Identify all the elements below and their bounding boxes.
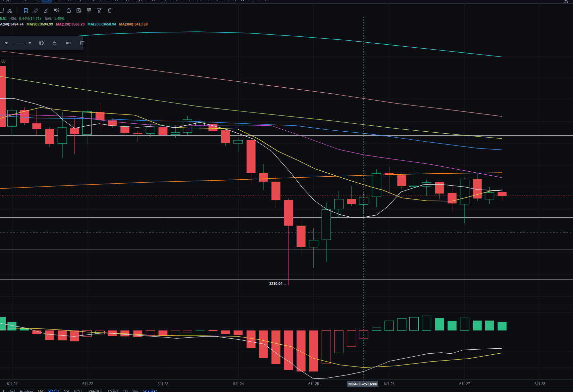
period-menu[interactable]: 周期 [3,0,11,2]
timeframe-30秒[interactable]: 30秒 [84,0,97,3]
ma-value: MA(90):3504.99 [26,22,53,26]
indicator-tab-LSMB[interactable]: LSMB [108,389,118,392]
settings-button[interactable] [35,36,48,50]
candle [410,186,419,187]
timeframe-月K[interactable]: 月K [238,0,250,3]
visibility-button[interactable] [61,36,75,50]
pencil-wave-button[interactable] [42,7,50,14]
timeframe-季K[interactable]: 季K [250,0,261,3]
volume-bar [460,318,469,330]
line-style-dropdown[interactable] [11,36,35,50]
bookmark-icon [23,8,28,13]
filter-button[interactable] [95,7,103,14]
volume-bar [259,330,268,358]
candlestick-chart[interactable] [0,0,573,392]
candle [460,179,469,204]
doc-edit-button[interactable] [75,7,82,14]
candle [171,133,180,135]
lock-button[interactable] [48,36,61,50]
volume-bar [45,330,54,340]
candlestick-pattern-button[interactable] [53,7,60,14]
timeframe-1时[interactable]: 1时 [30,0,41,3]
chevron-down-icon: ▾ [13,0,14,1]
volume-bar [322,330,331,363]
brush-cursor-icon [7,8,12,13]
candle [247,140,256,173]
timeframe-3日[interactable]: 3日 [203,0,214,3]
arrow-right-icon: → [284,282,287,285]
timeframe-分时[interactable]: 分时 [98,0,110,3]
line-style-icon [15,43,26,43]
trading-chart-app: 周期 ▾ 15分1时4时8时1日1秒30秒分时1分5分10分30分2时3时12时… [0,0,573,392]
volume-bar [284,330,293,370]
indicator-tab-VR[interactable]: VR [64,389,69,392]
lock-button[interactable] [65,7,72,14]
trash-button[interactable] [106,7,113,14]
corner-text: OS [564,0,568,3]
timeframe-周K[interactable]: 周K [214,0,226,3]
delete-drawing-button[interactable] [75,36,88,50]
volume-bar [309,330,318,371]
timeframe-4时[interactable]: 4时 [41,0,52,3]
volume-bar [297,330,306,371]
indicator-tab-Vol[interactable]: Vol [10,389,15,392]
time-axis-label: 6月 28 [535,381,545,386]
candle [498,192,507,196]
u-shape-icon [0,8,4,13]
time-axis-label: 6月 26 [384,381,394,386]
indicator-tab-社区指标[interactable]: 社区指标 [143,389,157,392]
timeframe-10分[interactable]: 10分 [132,0,145,3]
candle [234,140,243,143]
timeframe-12时[interactable]: 12时 [180,0,192,3]
ma120-line [0,51,502,116]
volume-bar [385,321,394,330]
indicator-tab-Position[interactable]: Position [20,389,33,392]
timeframe-2时[interactable]: 2时 [158,0,169,3]
timeframe-3时[interactable]: 3时 [169,0,180,3]
indicator-tab-%b[interactable]: %b [132,389,138,392]
brush-cursor-button[interactable] [6,7,13,14]
indicator-tab-★[interactable]: ★ [2,389,5,392]
timeframe-2日[interactable]: 2日 [193,0,204,3]
candles [0,66,507,285]
timeframe-15分[interactable]: 15分 [18,0,30,3]
timeframe-15日[interactable]: 15日 [226,0,238,3]
timeframe-bar: 周期 ▾ 15分1时4时8时1日1秒30秒分时1分5分10分30分2时3时12时… [0,0,573,3]
u-shape-button[interactable] [0,7,5,14]
indicator-tab-MA[interactable]: MA [38,389,43,392]
volume-bar [473,321,482,330]
timeframe-5分[interactable]: 5分 [121,0,132,3]
timeframe-30分[interactable]: 30分 [145,0,158,3]
candle [8,110,17,126]
timeframe-年K[interactable]: 年K [261,0,272,3]
color-dropdown[interactable] [0,36,11,50]
ma-value: A(60):3494.74 [0,22,24,26]
change-value: 0.44%(14.71) [19,17,41,21]
volume-bar [347,330,356,346]
timeframe-1分[interactable]: 1分 [110,0,121,3]
candle [272,182,281,200]
indicator-tab-资金统计[interactable]: 资金统计 [88,389,103,392]
volume-bar [335,330,343,353]
chevron-down-icon [28,42,31,44]
timeframe-1秒[interactable]: 1秒 [74,0,85,3]
volume-bar [171,331,180,335]
candle [309,240,318,247]
candle [133,133,142,134]
ma-value: MA(200):3658.94 [87,22,116,26]
indicator-tab-BOLL[interactable]: BOLL [74,389,83,392]
indicator-tab-bar: ★VolPositionMAMACDVRBOLL资金统计LSMBTD%b社区指标 [0,388,573,392]
bookmark-button[interactable] [22,7,29,14]
ruler-button[interactable] [32,7,39,14]
volume-bar [133,330,142,337]
candle [183,120,192,132]
magnet-button[interactable] [85,7,92,14]
indicator-tab-MACD[interactable]: MACD [48,389,59,392]
ma-value: MA(360):3413.59 [119,22,147,26]
timeframe-8时[interactable]: 8时 [52,0,63,3]
time-axis-label: 6月 22 [82,381,93,386]
change-label: 涨幅 [9,16,17,21]
indicator-tab-TD[interactable]: TD [123,389,128,392]
drawing-object-toolbar [0,36,83,50]
timeframe-1日[interactable]: 1日 [63,0,74,3]
